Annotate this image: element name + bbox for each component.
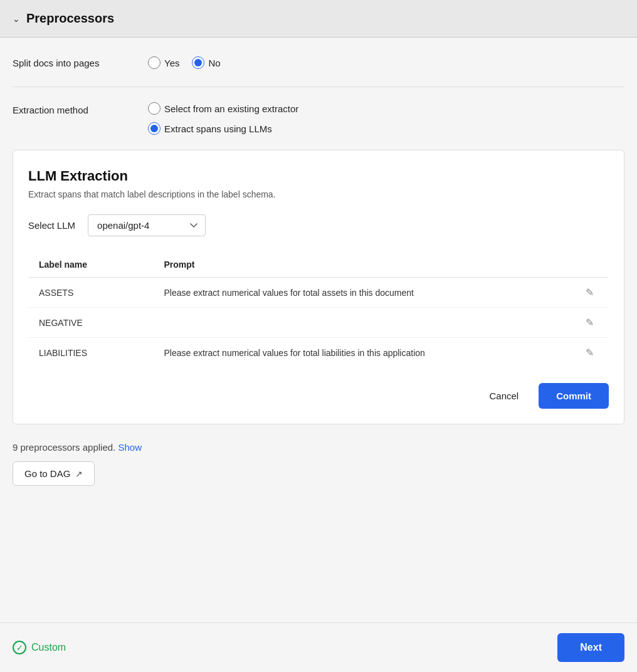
card-footer: Cancel Commit [28,383,609,409]
table-cell-prompt-2: Please extract numerical values for tota… [154,338,571,368]
llm-labels-table: Label name Prompt ASSETSPlease extract n… [28,251,609,368]
split-docs-label: Split docs into pages [13,58,138,68]
extraction-method-section: Extraction method Select from an existin… [13,102,624,135]
header: ⌄ Preprocessors [0,0,637,38]
edit-icon-0[interactable]: ✎ [586,287,594,298]
split-docs-no-option[interactable]: No [192,56,220,69]
split-docs-no-radio[interactable] [192,56,204,69]
table-header-action [571,252,609,278]
llm-extraction-card: LLM Extraction Extract spans that match … [13,150,624,424]
bottom-bar: ✓ Custom Next [0,622,637,672]
table-header-prompt: Prompt [154,252,571,278]
table-cell-label-1: NEGATIVE [29,308,154,338]
llm-select-dropdown[interactable]: openai/gpt-4 openai/gpt-3.5-turbo anthro… [88,214,206,236]
table-cell-action-1[interactable]: ✎ [571,308,609,338]
preprocessors-applied-text: 9 preprocessors applied. Show [13,442,624,453]
table-header-label: Label name [29,252,154,278]
extraction-method-options: Select from an existing extractor Extrac… [148,102,298,135]
extraction-llm-option[interactable]: Extract spans using LLMs [148,122,298,135]
external-link-icon: ↗ [75,469,83,479]
split-docs-section: Split docs into pages Yes No [13,56,624,69]
page-title: Preprocessors [26,11,114,26]
show-preprocessors-link[interactable]: Show [118,442,142,453]
table-row: NEGATIVE✎ [29,308,609,338]
table-row: ASSETSPlease extract numerical values fo… [29,278,609,308]
select-llm-label: Select LLM [28,220,75,231]
split-docs-yes-option[interactable]: Yes [148,56,179,69]
table-cell-action-2[interactable]: ✎ [571,338,609,368]
extraction-llm-radio[interactable] [148,122,161,135]
commit-button[interactable]: Commit [539,383,609,409]
section-divider [13,87,624,87]
go-to-dag-button[interactable]: Go to DAG ↗ [13,461,95,486]
table-cell-prompt-1 [154,308,571,338]
table-cell-prompt-0: Please extract numerical values for tota… [154,278,571,308]
preprocessors-count: 9 [13,442,18,453]
table-cell-label-0: ASSETS [29,278,154,308]
split-docs-radio-group: Yes No [148,56,221,69]
preprocessors-applied-label: preprocessors applied. [21,442,116,453]
select-llm-row: Select LLM openai/gpt-4 openai/gpt-3.5-t… [28,214,609,236]
extraction-existing-radio[interactable] [148,102,161,115]
edit-icon-2[interactable]: ✎ [586,347,594,358]
extraction-method-label: Extraction method [13,102,138,115]
llm-card-description: Extract spans that match label descripti… [28,189,609,199]
table-cell-action-0[interactable]: ✎ [571,278,609,308]
split-docs-yes-radio[interactable] [148,56,161,69]
extraction-existing-option[interactable]: Select from an existing extractor [148,102,298,115]
go-to-dag-label: Go to DAG [24,468,70,479]
custom-status: ✓ Custom [13,641,66,654]
custom-label: Custom [31,642,66,653]
table-row: LIABILITIESPlease extract numerical valu… [29,338,609,368]
split-docs-no-label[interactable]: No [208,58,220,68]
split-docs-yes-label[interactable]: Yes [164,58,179,68]
table-cell-label-2: LIABILITIES [29,338,154,368]
extraction-existing-label[interactable]: Select from an existing extractor [164,103,298,114]
edit-icon-1[interactable]: ✎ [586,317,594,328]
cancel-button[interactable]: Cancel [479,384,529,407]
extraction-llm-label[interactable]: Extract spans using LLMs [164,123,272,134]
check-circle-icon: ✓ [13,641,26,654]
llm-card-title: LLM Extraction [28,168,609,184]
next-button[interactable]: Next [557,633,624,662]
main-content: Split docs into pages Yes No Extraction … [0,38,637,518]
collapse-chevron-icon[interactable]: ⌄ [13,14,20,24]
